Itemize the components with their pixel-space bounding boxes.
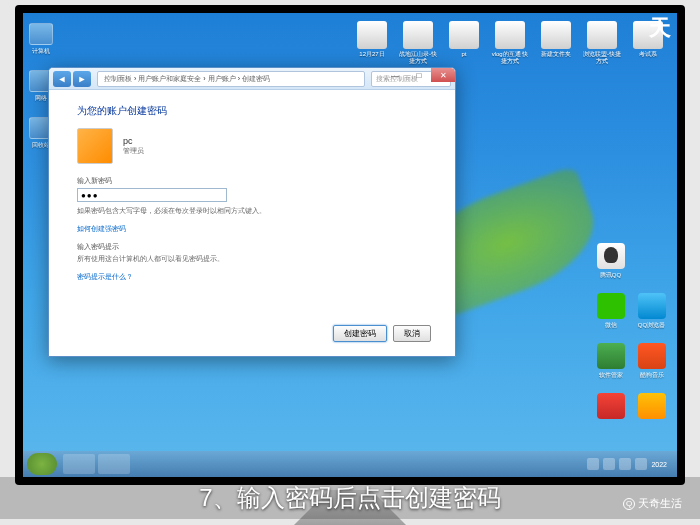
forward-button[interactable]: ► — [73, 71, 91, 87]
taskbar-item[interactable] — [98, 454, 130, 474]
create-password-button[interactable]: 创建密码 — [333, 325, 387, 342]
desktop-screen: 计算机网络回收站 12月27日战地江山录-快捷方式ptvlog的互通 快捷方式新… — [23, 13, 677, 477]
corner-text: 天 — [649, 13, 671, 43]
desktop-icon[interactable]: 计算机 — [27, 23, 55, 58]
tray-icon[interactable] — [619, 458, 631, 470]
minimize-button[interactable]: — — [383, 68, 407, 82]
watermark-icon: Q — [623, 498, 635, 510]
desktop-icon[interactable]: 浏览联盟-快捷方式 — [583, 21, 621, 66]
clock[interactable]: 2022 — [651, 461, 667, 468]
password-hint-text: 如果密码包含大写字母，必须在每次登录时以相同方式键入。 — [77, 206, 427, 216]
desktop-icon[interactable] — [593, 393, 628, 435]
desktop-icon[interactable]: 软件管家 — [593, 343, 628, 385]
desktop-icon[interactable]: 微信 — [593, 293, 628, 335]
what-is-hint-link[interactable]: 密码提示是什么？ — [77, 272, 427, 282]
hint-label: 输入密码提示 — [77, 242, 427, 252]
breadcrumb[interactable]: 控制面板›用户账户和家庭安全›用户账户›创建密码 — [97, 71, 365, 87]
strong-password-link[interactable]: 如何创建强密码 — [77, 224, 427, 234]
desktop-icon[interactable]: QQ浏览器 — [634, 293, 669, 335]
tutorial-caption: 7、输入密码后点击创建密码 — [0, 477, 700, 519]
desktop-icon[interactable]: pt — [445, 21, 483, 66]
tray-icon[interactable] — [603, 458, 615, 470]
control-panel-window: — □ ✕ ◄ ► 控制面板›用户账户和家庭安全›用户账户›创建密码 搜索控制面… — [48, 67, 456, 357]
username: pc — [123, 136, 144, 146]
close-button[interactable]: ✕ — [431, 68, 455, 82]
cancel-button[interactable]: 取消 — [393, 325, 431, 342]
tray-icon[interactable] — [635, 458, 647, 470]
monitor-bezel: 计算机网络回收站 12月27日战地江山录-快捷方式ptvlog的互通 快捷方式新… — [15, 5, 685, 485]
user-role: 管理员 — [123, 146, 144, 156]
hint-description: 所有使用这台计算机的人都可以看见密码提示。 — [77, 254, 427, 264]
taskbar[interactable]: 2022 — [23, 451, 677, 477]
desktop-icon[interactable]: vlog的互通 快捷方式 — [491, 21, 529, 66]
start-button[interactable] — [27, 453, 57, 475]
desktop-icon[interactable]: 12月27日 — [353, 21, 391, 66]
page-heading: 为您的账户创建密码 — [77, 104, 427, 118]
maximize-button[interactable]: □ — [407, 68, 431, 82]
taskbar-item[interactable] — [63, 454, 95, 474]
password-field[interactable]: ●●● — [77, 188, 227, 202]
user-avatar — [77, 128, 113, 164]
desktop-icon[interactable]: 新建文件夹 — [537, 21, 575, 66]
desktop-icon[interactable]: 腾讯QQ — [593, 243, 628, 285]
system-tray[interactable]: 2022 — [587, 458, 673, 470]
desktop-icon[interactable] — [634, 393, 669, 435]
desktop-icon[interactable]: 酷狗音乐 — [634, 343, 669, 385]
watermark: Q 天奇生活 — [623, 496, 682, 511]
desktop-icon[interactable]: 战地江山录-快捷方式 — [399, 21, 437, 66]
back-button[interactable]: ◄ — [53, 71, 71, 87]
tray-icon[interactable] — [587, 458, 599, 470]
password-label: 输入新密码 — [77, 176, 427, 186]
